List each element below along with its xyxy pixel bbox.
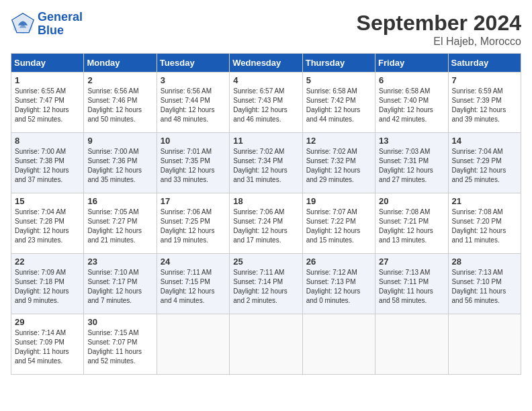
day-content: Sunrise: 6:58 AMSunset: 7:42 PMDaylight:… — [306, 87, 371, 124]
day-number: 2 — [87, 75, 152, 85]
day-content: Sunrise: 7:02 AMSunset: 7:32 PMDaylight:… — [306, 147, 371, 185]
table-row: 1Sunrise: 6:55 AMSunset: 7:47 PMDaylight… — [11, 73, 84, 133]
logo-line1: General — [38, 10, 83, 24]
day-number: 20 — [379, 196, 444, 206]
table-row: 15Sunrise: 7:04 AMSunset: 7:28 PMDayligh… — [11, 193, 84, 254]
day-number: 28 — [452, 257, 517, 267]
day-number: 14 — [452, 136, 517, 146]
day-content: Sunrise: 6:57 AMSunset: 7:43 PMDaylight:… — [233, 87, 298, 124]
day-number: 26 — [306, 257, 371, 267]
day-content: Sunrise: 7:09 AMSunset: 7:18 PMDaylight:… — [15, 268, 80, 306]
day-content: Sunrise: 7:03 AMSunset: 7:31 PMDaylight:… — [379, 147, 444, 185]
page-header: General Blue September 2024 El Hajeb, Mo… — [11, 11, 521, 48]
col-monday: Monday — [84, 54, 157, 73]
day-content: Sunrise: 6:56 AMSunset: 7:46 PMDaylight:… — [87, 87, 152, 124]
day-content: Sunrise: 7:06 AMSunset: 7:24 PMDaylight:… — [233, 208, 298, 245]
table-row: 23Sunrise: 7:10 AMSunset: 7:17 PMDayligh… — [84, 254, 157, 314]
table-row: 2Sunrise: 6:56 AMSunset: 7:46 PMDaylight… — [84, 73, 157, 133]
day-number: 23 — [87, 257, 152, 267]
day-content: Sunrise: 7:13 AMSunset: 7:10 PMDaylight:… — [452, 268, 517, 306]
day-content: Sunrise: 7:02 AMSunset: 7:34 PMDaylight:… — [233, 147, 298, 185]
day-number: 4 — [233, 75, 298, 85]
day-number: 24 — [161, 257, 226, 267]
col-sunday: Sunday — [11, 54, 84, 73]
day-content: Sunrise: 7:11 AMSunset: 7:14 PMDaylight:… — [233, 268, 298, 306]
col-friday: Friday — [375, 54, 448, 73]
day-content: Sunrise: 6:59 AMSunset: 7:39 PMDaylight:… — [452, 87, 517, 124]
day-number: 5 — [306, 75, 371, 85]
col-thursday: Thursday — [302, 54, 375, 73]
table-row: 25Sunrise: 7:11 AMSunset: 7:14 PMDayligh… — [230, 254, 302, 314]
day-content: Sunrise: 7:11 AMSunset: 7:15 PMDaylight:… — [161, 268, 226, 306]
day-content: Sunrise: 6:58 AMSunset: 7:40 PMDaylight:… — [379, 87, 444, 124]
table-row: 5Sunrise: 6:58 AMSunset: 7:42 PMDaylight… — [302, 73, 375, 133]
table-row — [302, 314, 375, 375]
day-number: 25 — [233, 257, 298, 267]
table-row — [157, 314, 229, 375]
day-content: Sunrise: 7:04 AMSunset: 7:28 PMDaylight:… — [15, 208, 80, 245]
day-content: Sunrise: 7:04 AMSunset: 7:29 PMDaylight:… — [452, 147, 517, 185]
calendar-week-row: 29Sunrise: 7:14 AMSunset: 7:09 PMDayligh… — [11, 314, 521, 375]
day-number: 1 — [15, 75, 80, 85]
table-row: 26Sunrise: 7:12 AMSunset: 7:13 PMDayligh… — [302, 254, 375, 314]
table-row: 10Sunrise: 7:01 AMSunset: 7:35 PMDayligh… — [157, 133, 229, 193]
logo: General Blue — [11, 11, 83, 38]
table-row: 24Sunrise: 7:11 AMSunset: 7:15 PMDayligh… — [157, 254, 229, 314]
day-number: 9 — [87, 136, 152, 146]
day-number: 21 — [452, 196, 517, 206]
day-number: 17 — [161, 196, 226, 206]
day-content: Sunrise: 7:12 AMSunset: 7:13 PMDaylight:… — [306, 268, 371, 306]
day-number: 27 — [379, 257, 444, 267]
table-row: 12Sunrise: 7:02 AMSunset: 7:32 PMDayligh… — [302, 133, 375, 193]
day-number: 30 — [87, 317, 152, 327]
table-row: 14Sunrise: 7:04 AMSunset: 7:29 PMDayligh… — [448, 133, 521, 193]
day-number: 19 — [306, 196, 371, 206]
table-row: 27Sunrise: 7:13 AMSunset: 7:11 PMDayligh… — [375, 254, 448, 314]
day-content: Sunrise: 7:13 AMSunset: 7:11 PMDaylight:… — [379, 268, 444, 306]
table-row — [375, 314, 448, 375]
col-wednesday: Wednesday — [230, 54, 302, 73]
table-row: 19Sunrise: 7:07 AMSunset: 7:22 PMDayligh… — [302, 193, 375, 254]
logo-text: General Blue — [38, 11, 83, 38]
day-content: Sunrise: 7:07 AMSunset: 7:22 PMDaylight:… — [306, 208, 371, 245]
day-number: 12 — [306, 136, 371, 146]
day-content: Sunrise: 7:01 AMSunset: 7:35 PMDaylight:… — [161, 147, 226, 185]
day-number: 6 — [379, 75, 444, 85]
day-content: Sunrise: 7:08 AMSunset: 7:20 PMDaylight:… — [452, 208, 517, 245]
day-content: Sunrise: 7:14 AMSunset: 7:09 PMDaylight:… — [15, 328, 80, 366]
table-row: 18Sunrise: 7:06 AMSunset: 7:24 PMDayligh… — [230, 193, 302, 254]
day-number: 16 — [87, 196, 152, 206]
calendar-week-row: 22Sunrise: 7:09 AMSunset: 7:18 PMDayligh… — [11, 254, 521, 314]
table-row: 17Sunrise: 7:06 AMSunset: 7:25 PMDayligh… — [157, 193, 229, 254]
day-number: 8 — [15, 136, 80, 146]
table-row: 22Sunrise: 7:09 AMSunset: 7:18 PMDayligh… — [11, 254, 84, 314]
calendar-week-row: 8Sunrise: 7:00 AMSunset: 7:38 PMDaylight… — [11, 133, 521, 193]
day-content: Sunrise: 7:10 AMSunset: 7:17 PMDaylight:… — [87, 268, 152, 306]
table-row: 7Sunrise: 6:59 AMSunset: 7:39 PMDaylight… — [448, 73, 521, 133]
day-content: Sunrise: 7:05 AMSunset: 7:27 PMDaylight:… — [87, 208, 152, 245]
table-row: 3Sunrise: 6:56 AMSunset: 7:44 PMDaylight… — [157, 73, 229, 133]
col-saturday: Saturday — [448, 54, 521, 73]
table-row: 13Sunrise: 7:03 AMSunset: 7:31 PMDayligh… — [375, 133, 448, 193]
day-number: 3 — [161, 75, 226, 85]
day-content: Sunrise: 6:55 AMSunset: 7:47 PMDaylight:… — [15, 87, 80, 124]
table-row: 11Sunrise: 7:02 AMSunset: 7:34 PMDayligh… — [230, 133, 302, 193]
table-row: 20Sunrise: 7:08 AMSunset: 7:21 PMDayligh… — [375, 193, 448, 254]
title-block: September 2024 El Hajeb, Morocco — [357, 11, 521, 48]
day-content: Sunrise: 7:08 AMSunset: 7:21 PMDaylight:… — [379, 208, 444, 245]
day-number: 10 — [161, 136, 226, 146]
day-content: Sunrise: 7:06 AMSunset: 7:25 PMDaylight:… — [161, 208, 226, 245]
table-row: 21Sunrise: 7:08 AMSunset: 7:20 PMDayligh… — [448, 193, 521, 254]
month-title: September 2024 — [357, 11, 521, 36]
day-content: Sunrise: 7:15 AMSunset: 7:07 PMDaylight:… — [87, 328, 152, 366]
day-number: 18 — [233, 196, 298, 206]
day-content: Sunrise: 6:56 AMSunset: 7:44 PMDaylight:… — [161, 87, 226, 124]
table-row: 30Sunrise: 7:15 AMSunset: 7:07 PMDayligh… — [84, 314, 157, 375]
day-number: 15 — [15, 196, 80, 206]
logo-line2: Blue — [38, 24, 64, 37]
day-number: 29 — [15, 317, 80, 327]
table-row: 29Sunrise: 7:14 AMSunset: 7:09 PMDayligh… — [11, 314, 84, 375]
day-number: 11 — [233, 136, 298, 146]
day-number: 7 — [452, 75, 517, 85]
table-row — [230, 314, 302, 375]
